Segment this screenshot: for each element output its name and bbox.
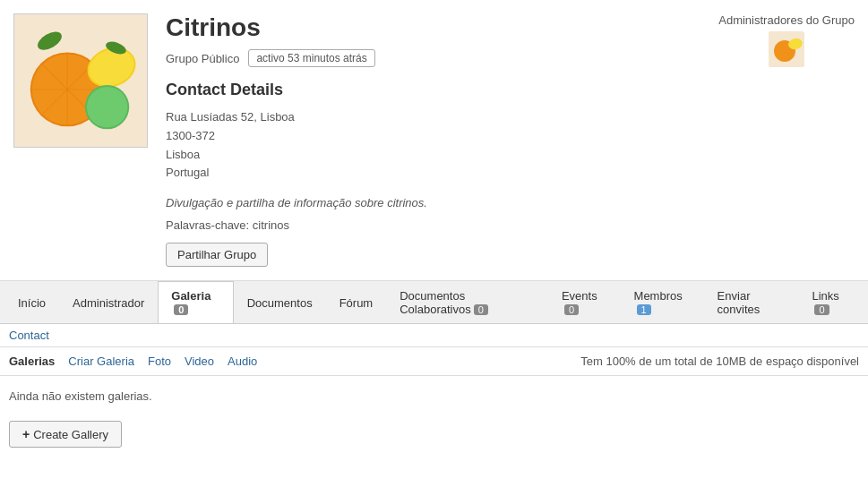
plus-icon: + xyxy=(22,427,30,441)
nav-tabs: InícioAdministradorGaleria0DocumentosFór… xyxy=(0,281,868,324)
nav-tab-enviar-convites[interactable]: Enviar convites xyxy=(704,281,799,323)
secondary-nav: Contact xyxy=(0,324,868,347)
nav-tab-membros[interactable]: Membros1 xyxy=(621,281,704,323)
nav-tab-documentos-colab[interactable]: Documentos Colaborativos0 xyxy=(386,281,548,323)
nav-tab-events[interactable]: Events0 xyxy=(548,281,621,323)
keywords: Palavras-chave: citrinos xyxy=(166,218,855,232)
empty-message: Ainda não existem galerias. xyxy=(9,389,859,403)
gallery-subnav: GaleriasCriar GaleriaFotoVideoAudioTem 1… xyxy=(0,347,868,376)
share-group-button[interactable]: Partilhar Grupo xyxy=(166,243,268,267)
nav-tab-documentos[interactable]: Documentos xyxy=(234,288,326,317)
admin-avatar[interactable] xyxy=(769,31,804,67)
storage-info: Tem 100% de um total de 10MB de espaço d… xyxy=(580,355,859,368)
gallery-subnav-galerias[interactable]: Galerias xyxy=(9,355,55,368)
svg-point-10 xyxy=(87,87,127,127)
admin-section: Administradores do Grupo xyxy=(718,13,855,67)
gallery-subnav-criar-galeria[interactable]: Criar Galeria xyxy=(68,355,134,368)
header-section: Citrinos Grupo Público activo 53 minutos… xyxy=(0,0,868,281)
active-badge: activo 53 minutos atrás xyxy=(248,49,374,67)
gallery-subnav-video[interactable]: Video xyxy=(185,355,214,368)
nav-tab-forum[interactable]: Fórum xyxy=(326,288,387,317)
nav-tab-links[interactable]: Links0 xyxy=(798,281,864,323)
gallery-subnav-foto[interactable]: Foto xyxy=(148,355,171,368)
nav-tab-administrador[interactable]: Administrador xyxy=(59,288,158,317)
gallery-subnav-audio[interactable]: Audio xyxy=(228,355,257,368)
address-country: Portugal xyxy=(166,164,855,183)
contact-details-title: Contact Details xyxy=(166,81,855,99)
nav-tab-inicio[interactable]: Início xyxy=(4,288,59,317)
group-image xyxy=(13,13,148,148)
create-gallery-button[interactable]: + Create Gallery xyxy=(9,421,122,448)
address-line2: 1300-372 xyxy=(166,127,855,146)
address-city: Lisboa xyxy=(166,146,855,165)
contact-link[interactable]: Contact xyxy=(9,329,49,342)
group-description: Divulgação e partilha de informação sobr… xyxy=(166,196,855,209)
address-line1: Rua Lusíadas 52, Lisboa xyxy=(166,108,855,127)
admin-label: Administradores do Grupo xyxy=(718,13,855,27)
create-gallery-label: Create Gallery xyxy=(33,428,108,441)
group-public-label: Grupo Público xyxy=(166,52,239,65)
main-content: Ainda não existem galerias. + Create Gal… xyxy=(0,376,868,461)
nav-tab-galeria[interactable]: Galeria0 xyxy=(158,281,233,323)
